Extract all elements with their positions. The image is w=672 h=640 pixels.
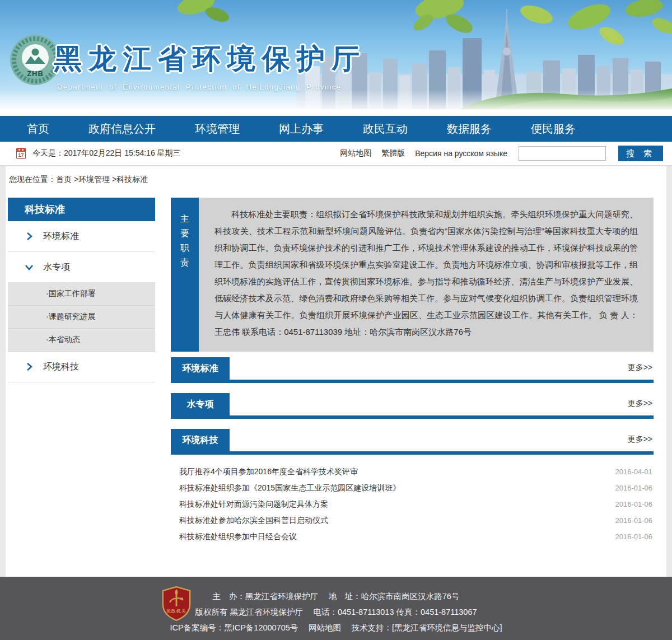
duty-description: 科技标准处主要职责：组织拟订全省环境保护科技政策和规划并组织实施。牵头组织环境保… xyxy=(199,198,654,352)
banner-nav-gap xyxy=(0,109,672,116)
russian-version-link[interactable]: Версия на русском языке xyxy=(415,149,507,158)
news-list: 我厅推荐4个项目参加2016年度全省科学技术奖评审 2016-04-01 科技标… xyxy=(171,464,654,545)
party-gov-badge: 党政机关 xyxy=(161,586,192,622)
news-row: 我厅推荐4个项目参加2016年度全省科学技术奖评审 2016-04-01 xyxy=(171,464,654,480)
footer-line-copyright-contact: 版权所有 黑龙江省环境保护厅 电话：0451-87113013 传真：0451-… xyxy=(0,604,672,620)
traditional-chinese-link[interactable]: 繁體版 xyxy=(381,148,405,158)
content-surface: 您现在位置：首页 >环境管理 >科技标准 科技标准 环境标准 水专项 ·国家工作… xyxy=(6,166,666,577)
section-underline xyxy=(171,451,654,455)
footer-line-host-address: 主 办：黑龙江省环境保护厅 地 址：哈尔滨市南岗区汉水路76号 xyxy=(0,588,672,604)
news-date: 2016-01-06 xyxy=(615,532,653,541)
sidebar-subitem-national-deployment[interactable]: ·国家工作部署 xyxy=(8,283,155,306)
more-link-env-tech[interactable]: 更多>> xyxy=(628,435,652,445)
sidebar-item-env-tech[interactable]: 环境科技 xyxy=(8,352,155,382)
current-date-text: 今天是：2017年02月22日 15:54:16 星期三 xyxy=(32,148,181,158)
more-link-env-standards[interactable]: 更多>> xyxy=(628,363,652,373)
chevron-down-icon xyxy=(25,263,34,272)
news-link[interactable]: 科技标准处针对面源污染问题制定具体方案 xyxy=(179,499,615,510)
chevron-right-icon xyxy=(25,362,34,371)
sidebar-item-env-standards[interactable]: 环境标准 xyxy=(8,221,155,252)
section-underline xyxy=(171,380,654,383)
nav-item-gov-info[interactable]: 政府信息公开 xyxy=(88,122,156,137)
info-bar: 17 今天是：2017年02月22日 15:54:16 星期三 网站地图 繁體版… xyxy=(0,142,672,166)
nav-item-convenience[interactable]: 便民服务 xyxy=(531,122,576,137)
news-row: 科技标准处组织参加中日经合会议 2016-01-06 xyxy=(171,529,654,545)
duty-vertical-label: 主 要 职 责 xyxy=(171,198,199,352)
sidebar-title: 科技标准 xyxy=(8,198,155,221)
site-title: 黑龙江省环境保护厅 xyxy=(54,40,366,78)
site-subtitle: Department of Environmental Protection o… xyxy=(54,83,366,91)
news-date: 2016-01-06 xyxy=(615,516,653,525)
more-link-water-project[interactable]: 更多>> xyxy=(628,399,652,409)
search-input[interactable] xyxy=(519,146,606,161)
news-date: 2016-01-06 xyxy=(615,484,653,492)
news-date: 2016-01-06 xyxy=(615,500,653,508)
sitemap-link[interactable]: 网站地图 xyxy=(340,148,371,158)
nav-item-home[interactable]: 首页 xyxy=(27,122,49,137)
section-env-tech: 环境科技 更多>> xyxy=(171,429,654,455)
news-date: 2016-04-01 xyxy=(615,468,653,476)
main-nav: 首页 政府信息公开 环境管理 网上办事 政民互动 数据服务 便民服务 xyxy=(0,116,672,142)
chevron-right-icon xyxy=(25,232,34,241)
section-tab-env-tech: 环境科技 xyxy=(171,429,230,451)
section-underline xyxy=(171,415,654,419)
news-row: 科技标准处组织参加《2015国家生态工业示范园区建设培训班》 2016-01-0… xyxy=(171,480,654,496)
sidebar: 科技标准 环境标准 水专项 ·国家工作部署 ·课题研究进展 ·本省动态 xyxy=(8,198,155,545)
duty-panel: 主 要 职 责 科技标准处主要职责：组织拟订全省环境保护科技政策和规划并组织实施… xyxy=(171,198,654,352)
nav-item-interaction[interactable]: 政民互动 xyxy=(363,122,408,137)
search-button[interactable]: 搜 索 xyxy=(618,146,663,161)
section-tab-water-project: 水专项 xyxy=(171,393,230,415)
badge-label: 党政机关 xyxy=(161,608,192,614)
news-link[interactable]: 科技标准处组织参加中日经合会议 xyxy=(179,532,615,542)
section-tab-env-standards: 环境标准 xyxy=(171,357,230,380)
calendar-icon: 17 xyxy=(16,148,26,159)
main-content: 主 要 职 责 科技标准处主要职责：组织拟订全省环境保护科技政策和规划并组织实施… xyxy=(171,198,654,545)
news-row: 科技标准处针对面源污染问题制定具体方案 2016-01-06 xyxy=(171,496,654,512)
nav-item-env-management[interactable]: 环境管理 xyxy=(195,122,240,137)
footer-line-icp-support: ICP备案编号：黑ICP备12000705号 网站地图 技术支持：[黑龙江省环境… xyxy=(0,620,672,636)
section-water-project: 水专项 更多>> xyxy=(171,393,654,419)
section-env-standards: 环境标准 更多>> xyxy=(171,357,654,383)
nav-item-data-services[interactable]: 数据服务 xyxy=(447,122,492,137)
breadcrumb: 您现在位置：首页 >环境管理 >科技标准 xyxy=(6,166,666,190)
sidebar-subitem-province-news[interactable]: ·本省动态 xyxy=(8,329,155,352)
news-row: 科技标准处参加哈尔滨全国科普日启动仪式 2016-01-06 xyxy=(171,512,654,529)
news-link[interactable]: 科技标准处组织参加《2015国家生态工业示范园区建设培训班》 xyxy=(179,483,615,493)
sidebar-subitem-research-progress[interactable]: ·课题研究进展 xyxy=(8,306,155,329)
sidebar-item-water-project[interactable]: 水专项 xyxy=(8,252,155,283)
shield-icon xyxy=(161,586,192,622)
news-link[interactable]: 科技标准处参加哈尔滨全国科普日启动仪式 xyxy=(179,516,615,526)
header-banner: ZHB 黑龙江省环境保护厅 Department of Environmenta… xyxy=(0,0,672,109)
nav-item-online-services[interactable]: 网上办事 xyxy=(279,122,324,137)
footer: 党政机关 主 办：黑龙江省环境保护厅 地 址：哈尔滨市南岗区汉水路76号 版权所… xyxy=(0,577,672,640)
news-link[interactable]: 我厅推荐4个项目参加2016年度全省科学技术奖评审 xyxy=(179,467,615,477)
